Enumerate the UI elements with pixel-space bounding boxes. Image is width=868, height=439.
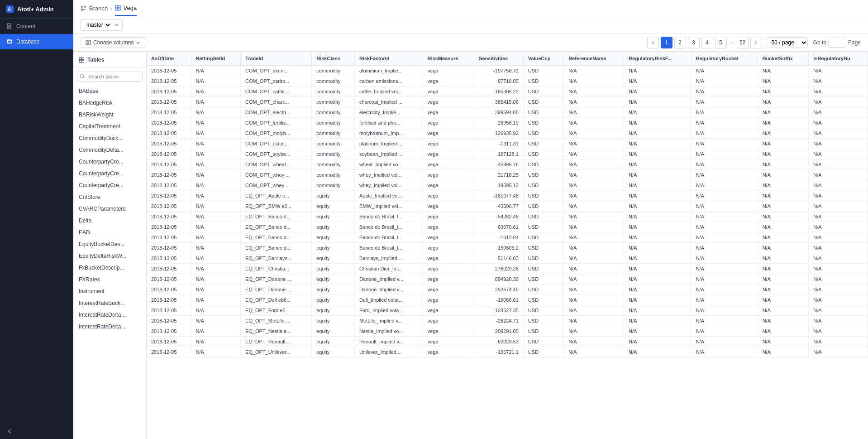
page-label: Page [848, 39, 861, 46]
table-cell: N/A [564, 264, 624, 274]
table-cell: equity [312, 201, 355, 212]
table-cell: N/A [191, 295, 241, 305]
table-cell: N/A [758, 76, 809, 87]
table-cell: EQ_OPT_Christia... [241, 264, 312, 274]
table-cell: vega [423, 212, 474, 222]
table-cell: COM_OPT_charc... [241, 97, 312, 107]
page-size-select[interactable]: 50 / page 100 / page 200 / page [767, 37, 808, 48]
table-item-9[interactable]: CrifStore [73, 191, 146, 203]
table-cell: 2018-12-05 [147, 305, 191, 316]
sidebar-collapse-button[interactable] [0, 424, 73, 439]
breadcrumb-branch[interactable]: Branch [81, 5, 108, 15]
table-cell: EQ_OPT_BMW e2... [241, 201, 312, 212]
search-tables-input[interactable] [77, 72, 143, 82]
table-cell: N/A [758, 65, 809, 76]
table-cell: COM_OPT_molyb... [241, 128, 312, 139]
table-item-8[interactable]: CounterpartyCre... [73, 179, 146, 191]
table-cell: vega [423, 170, 474, 180]
sidebar-item-database[interactable]: Database [0, 34, 73, 49]
table-item-15[interactable]: FxBucketDescrip... [73, 262, 146, 274]
table-cell: USD [523, 243, 563, 253]
page-5-button[interactable]: 5 [715, 37, 727, 48]
table-cell: N/A [691, 222, 758, 232]
table-cell: equity [312, 243, 355, 253]
table-row: 2018-12-05N/AEQ_OPT_MetLife ...equityMet… [147, 316, 868, 326]
table-item-6[interactable]: CounterpartyCre... [73, 156, 146, 168]
svg-rect-13 [115, 8, 118, 10]
table-cell: N/A [191, 212, 241, 222]
table-cell: 2018-12-05 [147, 212, 191, 222]
table-cell: N/A [809, 316, 868, 326]
table-item-17[interactable]: Instrument [73, 285, 146, 297]
table-item-4[interactable]: CommodityBuck... [73, 132, 146, 144]
next-page-button[interactable]: › [750, 37, 762, 48]
table-item-19[interactable]: InterestRateDelta... [73, 309, 146, 321]
branch-selector[interactable]: master dev staging [81, 19, 123, 31]
page-1-button[interactable]: 1 [661, 37, 672, 48]
page-dots: ··· [729, 39, 735, 46]
last-page-button[interactable]: 52 [737, 37, 749, 48]
table-cell: -1612.84 [474, 232, 524, 243]
table-item-3[interactable]: CapitalTreatment [73, 121, 146, 132]
table-cell: USD [523, 212, 563, 222]
table-item-14[interactable]: EquityDeltaRiskW... [73, 250, 146, 262]
table-cell: N/A [624, 65, 692, 76]
svg-rect-20 [82, 60, 84, 63]
svg-point-9 [81, 10, 83, 11]
table-cell: 126935.92 [474, 128, 524, 139]
table-item-5[interactable]: CommodityDelta... [73, 144, 146, 156]
search-tables-container [77, 72, 143, 82]
table-item-1[interactable]: BAHedgeRisk [73, 97, 146, 109]
tables-header: Tables [73, 52, 146, 68]
table-row: 2018-12-05N/AEQ_OPT_Danone ...equityDano… [147, 285, 868, 295]
table-cell: N/A [809, 118, 868, 128]
page-2-button[interactable]: 2 [674, 37, 686, 48]
table-item-16[interactable]: FXRates [73, 274, 146, 285]
table-cell: vega [423, 337, 474, 347]
table-cell: 26956.19 [474, 118, 524, 128]
table-cell: N/A [624, 191, 692, 201]
table-cell: equity [312, 232, 355, 243]
table-row: 2018-12-05N/ACOM_OPT_molyb...commoditymo… [147, 128, 868, 139]
table-item-13[interactable]: EquityBucketDes... [73, 238, 146, 250]
table-item-11[interactable]: Delta [73, 215, 146, 227]
table-cell: 2018-12-05 [147, 326, 191, 337]
prev-page-button[interactable]: ‹ [647, 37, 659, 48]
table-cell: USD [523, 285, 563, 295]
table-item-7[interactable]: CounterpartyCre... [73, 168, 146, 179]
table-cell: COM_OPT_wheat... [241, 159, 312, 170]
page-3-button[interactable]: 3 [688, 37, 700, 48]
page-4-button[interactable]: 4 [701, 37, 713, 48]
table-item-12[interactable]: EAD [73, 227, 146, 238]
table-row: 2018-12-05N/AEQ_OPT_Banco d...equityBanc… [147, 212, 868, 222]
choose-columns-button[interactable]: Choose columns [81, 37, 145, 48]
table-cell: N/A [809, 128, 868, 139]
logo-icon: A [6, 5, 14, 13]
table-cell: N/A [191, 170, 241, 180]
table-row: 2018-12-05N/ACOM_OPT_alumi...commodityal… [147, 65, 868, 76]
table-cell: 2018-12-05 [147, 316, 191, 326]
table-item-2[interactable]: BARiskWeight [73, 109, 146, 121]
svg-rect-12 [118, 5, 120, 8]
table-cell: N/A [691, 97, 758, 107]
sidebar-item-content[interactable]: Content [0, 19, 73, 34]
table-item-10[interactable]: CVARCParameters [73, 203, 146, 215]
table-cell: COM_OPT_whey ... [241, 180, 312, 191]
column-header-sensitivities: Sensitivities [474, 52, 524, 65]
table-item-0[interactable]: BABase [73, 85, 146, 97]
table-cell: N/A [624, 107, 692, 118]
table-row: 2018-12-05N/AEQ_OPT_BMW e2...equityBMW_I… [147, 201, 868, 212]
breadcrumb-table[interactable]: Vega [115, 5, 137, 16]
table-row: 2018-12-05N/AEQ_OPT_Banco d...equityBanc… [147, 222, 868, 232]
table-cell: N/A [809, 232, 868, 243]
table-cell: 197128.1 [474, 149, 524, 159]
goto-input[interactable] [828, 38, 846, 48]
branch-dropdown[interactable]: master dev staging [85, 21, 111, 29]
table-cell: N/A [691, 295, 758, 305]
sidebar: A Atoti+ Admin Content Database [0, 0, 73, 439]
data-panel[interactable]: AsOfDateNettingSetIdTradeIdRiskClassRisk… [147, 52, 868, 439]
table-cell: equity [312, 191, 355, 201]
table-cell: N/A [691, 87, 758, 97]
table-item-18[interactable]: InterestRateBuck... [73, 297, 146, 309]
table-item-20[interactable]: InterestRateDelta... [73, 321, 146, 333]
